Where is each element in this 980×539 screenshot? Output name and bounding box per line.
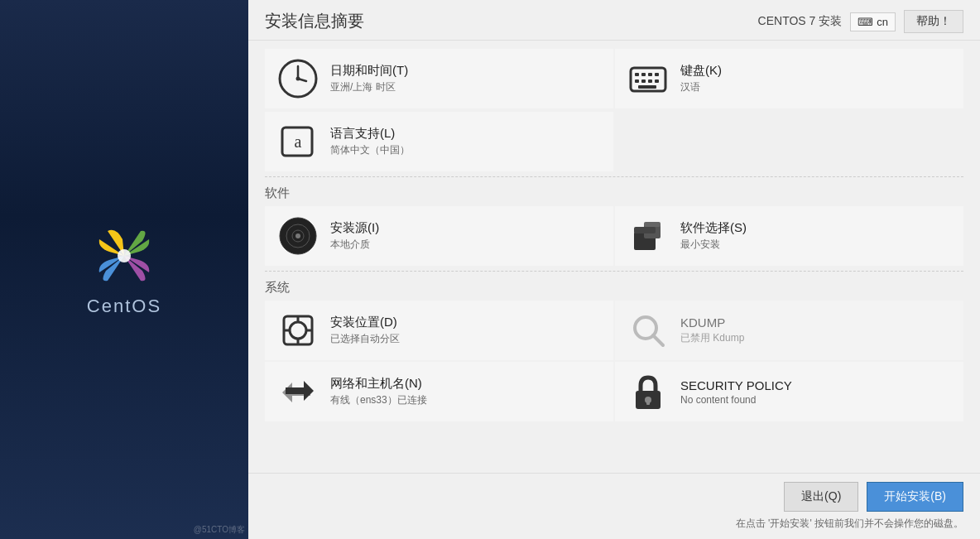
software-select-text: 软件选择(S) 最小安装 [680, 220, 747, 252]
svg-point-4 [296, 77, 300, 81]
bottom-buttons: 退出(Q) 开始安装(B) [784, 482, 963, 512]
keyboard-title: 键盘(K) [680, 63, 722, 79]
install-button[interactable]: 开始安装(B) [867, 482, 963, 512]
keyboard-icon [627, 58, 669, 99]
content-area: 日期和时间(T) 亚洲/上海 时区 [248, 41, 980, 473]
language-section-grid: a 语言支持(L) 简体中文（中国） [265, 112, 963, 171]
install-dest-icon [277, 310, 319, 351]
kdump-text: KDUMP 已禁用 Kdump [680, 315, 744, 345]
datetime-title: 日期和时间(T) [330, 63, 408, 79]
svg-rect-14 [638, 85, 656, 89]
datetime-subtitle: 亚洲/上海 时区 [330, 80, 408, 94]
kdump-icon [627, 310, 669, 351]
centos-logo-icon [91, 223, 157, 289]
svg-rect-10 [635, 79, 639, 83]
language-selector[interactable]: ⌨ cn [850, 12, 896, 31]
svg-rect-11 [641, 79, 646, 83]
network-title: 网络和主机名(N) [330, 376, 427, 392]
language-subtitle: 简体中文（中国） [330, 143, 410, 157]
keyboard-item[interactable]: 键盘(K) 汉语 [615, 49, 963, 108]
system-section-label: 系统 [265, 280, 963, 296]
kdump-item[interactable]: KDUMP 已禁用 Kdump [615, 301, 963, 360]
svg-rect-23 [634, 227, 656, 233]
bottom-bar: 退出(Q) 开始安装(B) 在点击 '开始安装' 按钮前我们并不会操作您的磁盘。 [248, 473, 980, 539]
centos-logo: CentOS [87, 223, 161, 317]
network-subtitle: 有线（ens33）已连接 [330, 393, 427, 407]
svg-line-32 [653, 335, 663, 345]
svg-text:a: a [295, 132, 302, 151]
install-dest-title: 安装位置(D) [330, 315, 400, 330]
kdump-title: KDUMP [680, 315, 744, 330]
datetime-item[interactable]: 日期和时间(T) 亚洲/上海 时区 [265, 49, 613, 108]
security-policy-text: SECURITY POLICY No content found [680, 378, 792, 406]
security-policy-icon [627, 371, 669, 412]
main-content: 安装信息摘要 CENTOS 7 安装 ⌨ cn 帮助！ [248, 0, 980, 539]
language-icon: a [277, 121, 319, 162]
svg-point-20 [295, 233, 300, 238]
svg-rect-12 [648, 79, 652, 83]
centos-version: CENTOS 7 安装 [758, 14, 843, 29]
install-source-icon [277, 215, 319, 257]
security-policy-title: SECURITY POLICY [680, 378, 792, 392]
header-right: CENTOS 7 安装 ⌨ cn 帮助！ [758, 10, 963, 33]
centos-brand-text: CentOS [87, 296, 161, 317]
install-dest-text: 安装位置(D) 已选择自动分区 [330, 315, 400, 346]
software-select-item[interactable]: 软件选择(S) 最小安装 [615, 206, 963, 266]
security-policy-item[interactable]: SECURITY POLICY No content found [615, 362, 963, 421]
svg-point-26 [290, 322, 306, 339]
keyboard-text: 键盘(K) 汉语 [680, 63, 722, 94]
install-source-text: 安装源(I) 本地介质 [330, 220, 379, 252]
svg-rect-7 [641, 73, 646, 76]
svg-rect-13 [655, 79, 659, 83]
svg-rect-24 [644, 222, 661, 227]
software-section: 安装源(I) 本地介质 软件选择(S) 最小安装 [265, 206, 963, 266]
keyboard-icon-small: ⌨ [858, 16, 873, 28]
software-select-icon [627, 215, 669, 257]
svg-rect-35 [646, 400, 650, 405]
svg-rect-9 [655, 73, 659, 76]
svg-rect-8 [648, 73, 652, 76]
system-section: 安装位置(D) 已选择自动分区 KDUMP 已禁用 Kdump [265, 301, 963, 421]
install-dest-subtitle: 已选择自动分区 [330, 332, 400, 346]
sidebar: CentOS @51CTO博客 [0, 0, 248, 539]
quit-button[interactable]: 退出(Q) [784, 482, 858, 512]
datetime-icon [277, 58, 319, 99]
top-header: 安装信息摘要 CENTOS 7 安装 ⌨ cn 帮助！ [248, 0, 980, 41]
svg-point-0 [118, 249, 131, 262]
install-source-title: 安装源(I) [330, 220, 379, 236]
bottom-note: 在点击 '开始安装' 按钮前我们并不会操作您的磁盘。 [736, 517, 963, 531]
install-source-item[interactable]: 安装源(I) 本地介质 [265, 206, 613, 266]
localization-section: 日期和时间(T) 亚洲/上海 时区 [265, 49, 963, 108]
language-item[interactable]: a 语言支持(L) 简体中文（中国） [265, 112, 613, 171]
software-select-title: 软件选择(S) [680, 220, 747, 236]
software-section-label: 软件 [265, 185, 963, 201]
lang-code: cn [877, 16, 888, 28]
section-divider-system [265, 271, 963, 272]
network-item[interactable]: 网络和主机名(N) 有线（ens33）已连接 [265, 362, 613, 421]
language-text: 语言支持(L) 简体中文（中国） [330, 126, 410, 157]
section-divider-software [265, 176, 963, 177]
keyboard-subtitle: 汉语 [680, 80, 722, 94]
software-select-subtitle: 最小安装 [680, 238, 747, 252]
network-icon [277, 371, 319, 412]
install-dest-item[interactable]: 安装位置(D) 已选择自动分区 [265, 301, 613, 360]
language-title: 语言支持(L) [330, 126, 410, 142]
install-source-subtitle: 本地介质 [330, 238, 379, 252]
datetime-text: 日期和时间(T) 亚洲/上海 时区 [330, 63, 408, 94]
network-text: 网络和主机名(N) 有线（ens33）已连接 [330, 376, 427, 407]
watermark: @51CTO博客 [194, 524, 245, 536]
kdump-subtitle: 已禁用 Kdump [680, 331, 744, 345]
svg-rect-6 [635, 73, 639, 76]
security-policy-subtitle: No content found [680, 394, 792, 406]
page-title: 安装信息摘要 [265, 10, 364, 32]
help-button[interactable]: 帮助！ [904, 10, 963, 33]
